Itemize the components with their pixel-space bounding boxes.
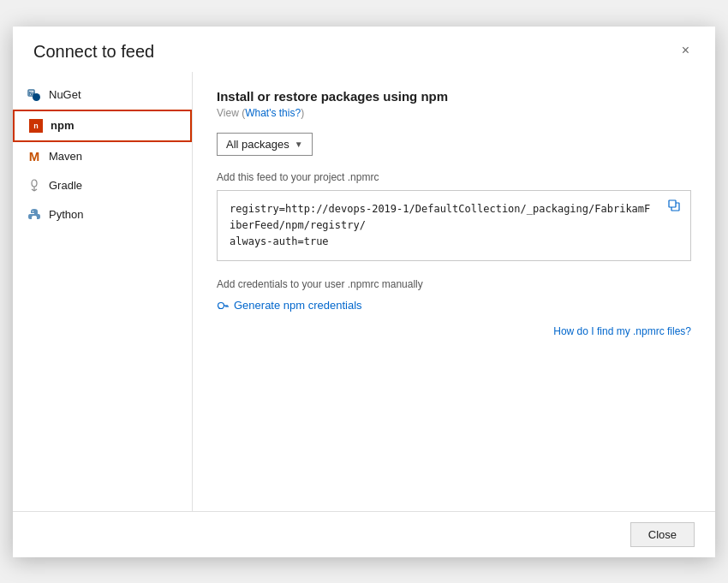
close-x-button[interactable]: × xyxy=(677,42,695,59)
generate-npm-credentials-link[interactable]: Generate npm credentials xyxy=(217,299,691,312)
svg-rect-10 xyxy=(669,200,676,207)
svg-point-4 xyxy=(32,180,37,187)
npmrc-help-link[interactable]: How do I find my .npmrc files? xyxy=(553,325,691,337)
sidebar-item-maven-label: Maven xyxy=(49,150,82,163)
npm-icon: n xyxy=(28,118,44,134)
dialog-title: Connect to feed xyxy=(33,42,154,62)
sidebar-item-nuget-label: NuGet xyxy=(49,88,81,101)
svg-point-11 xyxy=(218,302,224,308)
dialog-header: Connect to feed × xyxy=(13,27,715,72)
code-text: registry=http://devops-2019-1/DefaultCol… xyxy=(230,201,678,251)
maven-icon: M xyxy=(27,149,42,164)
main-title: Install or restore packages using npm xyxy=(217,89,691,104)
copy-button[interactable] xyxy=(665,198,683,216)
whats-this-link[interactable]: What's this? xyxy=(245,107,301,119)
gradle-icon xyxy=(27,178,42,193)
connect-to-feed-dialog: Connect to feed × Nu NuGet xyxy=(13,27,715,557)
close-button[interactable]: Close xyxy=(630,522,695,547)
copy-icon xyxy=(668,199,680,211)
dialog-footer: Close xyxy=(13,511,715,557)
sidebar-item-python[interactable]: Python xyxy=(13,200,192,229)
main-content: Install or restore packages using npm Vi… xyxy=(193,72,715,511)
sidebar-item-npm[interactable]: n npm xyxy=(13,110,192,142)
sidebar-item-python-label: Python xyxy=(49,208,83,221)
project-npmrc-label: Add this feed to your project .npmrc xyxy=(217,171,691,183)
packages-dropdown[interactable]: All packages ▼ xyxy=(217,133,313,156)
sidebar-item-nuget[interactable]: Nu NuGet xyxy=(13,80,192,110)
svg-point-8 xyxy=(33,211,34,212)
sidebar: Nu NuGet n npm M Maven xyxy=(13,72,193,511)
chevron-down-icon: ▼ xyxy=(295,140,303,149)
credentials-label: Add credentials to your user .npmrc manu… xyxy=(217,278,691,290)
view-link-row: View (What's this?) xyxy=(217,107,691,119)
nuget-icon: Nu xyxy=(27,87,42,103)
sidebar-item-npm-label: npm xyxy=(51,119,74,132)
python-icon xyxy=(27,207,42,223)
key-icon xyxy=(217,300,229,312)
svg-text:Nu: Nu xyxy=(29,91,35,96)
dialog-body: Nu NuGet n npm M Maven xyxy=(13,72,715,511)
code-block: registry=http://devops-2019-1/DefaultCol… xyxy=(217,190,691,262)
sidebar-item-gradle[interactable]: Gradle xyxy=(13,171,192,200)
npmrc-help-link-row: How do I find my .npmrc files? xyxy=(217,325,691,337)
sidebar-item-gradle-label: Gradle xyxy=(49,179,82,192)
sidebar-item-maven[interactable]: M Maven xyxy=(13,142,192,171)
